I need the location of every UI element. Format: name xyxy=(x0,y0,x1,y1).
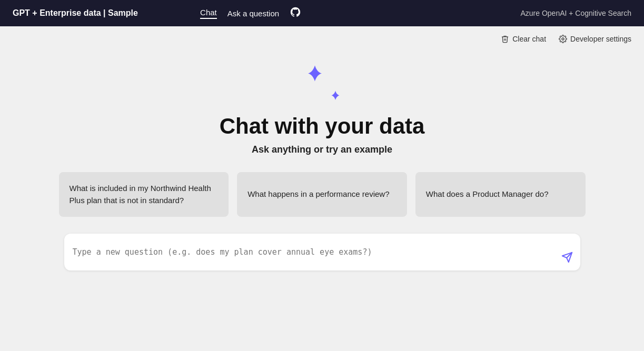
trash-icon xyxy=(501,35,509,43)
toolbar: Clear chat Developer settings xyxy=(0,26,644,47)
nav-ask[interactable]: Ask a question xyxy=(227,9,279,18)
developer-settings-button[interactable]: Developer settings xyxy=(559,35,631,43)
svg-point-0 xyxy=(562,38,564,40)
main-nav: Chat Ask a question xyxy=(200,6,301,21)
sparkle-small-icon xyxy=(328,89,343,105)
main-title: Chat with your data xyxy=(220,114,425,139)
sparkle-decoration xyxy=(301,63,343,105)
send-button[interactable] xyxy=(561,252,573,263)
app-title: GPT + Enterprise data | Sample xyxy=(13,8,138,18)
example-cards: What is included in my Northwind Health … xyxy=(59,172,586,217)
main-subtitle: Ask anything or try an example xyxy=(252,144,392,155)
gear-icon xyxy=(559,35,567,43)
main-content: Chat with your data Ask anything or try … xyxy=(0,47,644,281)
github-icon[interactable] xyxy=(290,6,301,21)
developer-settings-label: Developer settings xyxy=(570,35,631,43)
example-card-3[interactable]: What does a Product Manager do? xyxy=(415,172,586,217)
clear-chat-button[interactable]: Clear chat xyxy=(501,35,546,43)
azure-label: Azure OpenAI + Cognitive Search xyxy=(520,9,631,17)
chat-input-container xyxy=(64,234,580,270)
sparkle-large-icon xyxy=(301,63,329,91)
example-card-1[interactable]: What is included in my Northwind Health … xyxy=(59,172,229,217)
app-header: GPT + Enterprise data | Sample Chat Ask … xyxy=(0,0,644,26)
nav-chat[interactable]: Chat xyxy=(200,8,217,19)
send-icon xyxy=(561,252,573,263)
example-card-2[interactable]: What happens in a performance review? xyxy=(237,172,407,217)
clear-chat-label: Clear chat xyxy=(512,35,546,43)
chat-input[interactable] xyxy=(73,246,554,258)
